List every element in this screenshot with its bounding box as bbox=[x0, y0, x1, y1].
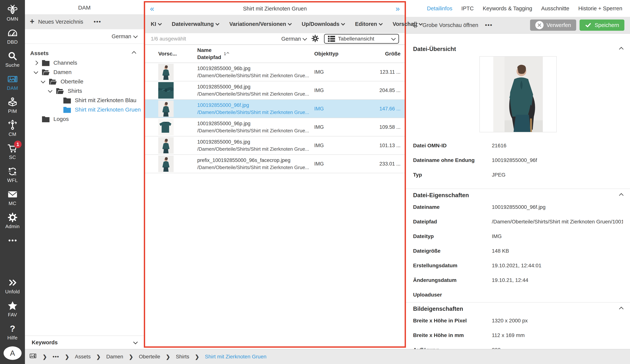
tree-item-label: Shirts bbox=[68, 88, 82, 94]
table-row[interactable]: 100192855000_96d.jpg /Damen/Oberteile/Sh… bbox=[145, 81, 404, 100]
new-folder-button[interactable]: Neues Verzeichnis bbox=[38, 19, 83, 25]
nav-pim-label: PIM bbox=[8, 108, 17, 114]
field-row: Erstellungsdatum 19.10.2021, 12:44:01 bbox=[406, 258, 630, 273]
sort-indicator[interactable]: 1 bbox=[224, 51, 229, 56]
section-title: Datei-Übersicht bbox=[413, 46, 456, 52]
tab-keywords-tagging[interactable]: Keywords & Tagging bbox=[482, 6, 532, 12]
list-settings-button[interactable] bbox=[311, 34, 319, 43]
detail-tabs: Detailinfos IPTC Keywords & Tagging Auss… bbox=[406, 0, 630, 17]
table-row[interactable]: prefix_100192855000_96s_facecrop.jpeg /D… bbox=[145, 155, 404, 173]
section-datei-uebersicht[interactable]: Datei-Übersicht bbox=[406, 44, 630, 54]
nav-unfold[interactable]: Unfold bbox=[0, 277, 25, 295]
user-avatar[interactable]: A bbox=[4, 346, 22, 360]
breadcrumb-item-shirts[interactable]: Shirts bbox=[176, 354, 190, 360]
field-label: Erstellungsdatum bbox=[413, 262, 492, 268]
tab-historie-sperren[interactable]: Historie + Sperren bbox=[578, 6, 622, 12]
folder-more-button[interactable]: ••• bbox=[94, 18, 102, 25]
open-rough-preview-button[interactable]: Grobe Vorschau öffnen bbox=[422, 22, 478, 28]
discard-button[interactable]: ✕ Verwerfen bbox=[530, 20, 576, 31]
section-title: Bildeigenschaften bbox=[413, 306, 463, 312]
chevron-down-icon bbox=[41, 79, 45, 83]
breadcrumb-separator: ❯ bbox=[166, 354, 170, 360]
menu-ki[interactable]: KI bbox=[151, 21, 161, 27]
tree-item-label: Logos bbox=[54, 116, 69, 122]
tab-iptc[interactable]: IPTC bbox=[461, 6, 474, 12]
table-header: Vorsc... Name Dateipfad 1 Objekttyp Größ… bbox=[145, 45, 404, 63]
column-header-groesse[interactable]: Größe bbox=[363, 51, 404, 57]
nav-suche-label: Suche bbox=[5, 62, 20, 68]
nav-dam[interactable]: DAM bbox=[0, 74, 25, 91]
column-header-objekttyp[interactable]: Objekttyp bbox=[314, 51, 363, 57]
nav-hilfe[interactable]: ? Hilfe bbox=[0, 323, 25, 341]
admin-gear-icon bbox=[7, 212, 18, 223]
nav-pim[interactable]: P PIM bbox=[0, 97, 25, 114]
detail-toolbar: Grobe Vorschau öffnen ••• ✕ Verwerfen Sp… bbox=[406, 17, 630, 34]
tree-item-label: Oberteile bbox=[60, 78, 84, 85]
menu-updownloads[interactable]: Up/Downloads bbox=[302, 21, 344, 27]
tree-language-select[interactable]: German bbox=[25, 29, 144, 44]
breadcrumb-item-oberteile[interactable]: Oberteile bbox=[139, 354, 160, 360]
view-mode-select[interactable]: Tabellenansicht bbox=[324, 34, 399, 44]
nav-omn[interactable]: OMN bbox=[0, 4, 25, 22]
file-preview-image[interactable] bbox=[480, 56, 557, 132]
menu-vorschau[interactable]: Vorschau bbox=[392, 21, 422, 27]
tree-item-channels[interactable]: Channels bbox=[30, 58, 144, 68]
tree-item-damen[interactable]: Damen bbox=[30, 68, 144, 77]
menu-dateiverwaltung[interactable]: Dateiverwaltung bbox=[172, 21, 219, 27]
nav-dbd[interactable]: DBD bbox=[0, 28, 25, 45]
tab-ausschnitte[interactable]: Ausschnitte bbox=[541, 6, 569, 12]
breadcrumb-item-damen[interactable]: Damen bbox=[106, 354, 123, 360]
keywords-section-toggle[interactable]: Keywords bbox=[25, 336, 144, 349]
folder-selected-icon bbox=[63, 106, 72, 114]
nav-mc[interactable]: MC bbox=[0, 189, 25, 206]
save-button[interactable]: Speichern bbox=[580, 20, 624, 31]
tree-header-assets[interactable]: Assets bbox=[30, 48, 144, 58]
breadcrumb-item-assets[interactable]: Assets bbox=[75, 354, 90, 360]
question-icon: ? bbox=[7, 323, 18, 334]
list-language-select[interactable]: German bbox=[281, 36, 306, 42]
chevron-down-icon bbox=[302, 36, 307, 40]
tree-item-logos[interactable]: Logos bbox=[30, 114, 144, 124]
folder-closed-icon bbox=[42, 59, 50, 66]
nav-admin[interactable]: Admin bbox=[0, 212, 25, 230]
nav-cm[interactable]: CM bbox=[0, 120, 25, 137]
section-bildeigenschaften[interactable]: Bildeigenschaften bbox=[406, 304, 630, 314]
table-row[interactable]: 100192855000_96p.jpg /Damen/Oberteile/Sh… bbox=[145, 118, 404, 136]
breadcrumb-collapsed-button[interactable]: ••• bbox=[52, 354, 59, 360]
rail-more-button[interactable] bbox=[0, 235, 25, 246]
asset-objecttype: IMG bbox=[314, 124, 363, 130]
field-label: Dateigröße bbox=[413, 248, 492, 254]
field-label: Dateiname ohne Endung bbox=[413, 157, 492, 163]
column-header-preview[interactable]: Vorsc... bbox=[158, 51, 174, 57]
detail-more-button[interactable]: ••• bbox=[485, 22, 493, 28]
asset-size: 101.13 ... bbox=[363, 143, 404, 148]
table-row[interactable]: 100192855000_96s.jpg /Damen/Oberteile/Sh… bbox=[145, 136, 404, 155]
tree-item-oberteile[interactable]: Oberteile bbox=[30, 77, 144, 86]
field-value: IMG bbox=[492, 233, 623, 239]
pim-box-icon: P bbox=[7, 97, 18, 108]
nav-hilfe-label: Hilfe bbox=[7, 335, 18, 341]
nav-fav[interactable]: FAV bbox=[0, 300, 25, 318]
nav-sc[interactable]: 1 SC bbox=[0, 143, 25, 160]
detail-panel: Detailinfos IPTC Keywords & Tagging Auss… bbox=[406, 0, 630, 364]
dam-media-icon bbox=[7, 74, 18, 84]
next-folder-button[interactable]: » bbox=[396, 5, 400, 12]
asset-filename: 100192855000_96p.jpg bbox=[197, 120, 314, 127]
section-datei-eigenschaften[interactable]: Datei-Eigenschaften bbox=[406, 191, 630, 200]
prev-folder-button[interactable]: « bbox=[150, 5, 154, 12]
tree-item-shirt-gruen[interactable]: Shirt mit Zierknoten Gruen bbox=[30, 105, 144, 114]
table-row-selected[interactable]: 100192855000_96f.jpg /Damen/Oberteile/Sh… bbox=[145, 100, 404, 118]
tree-item-shirt-blau[interactable]: Shirt mit Zierknoten Blau bbox=[30, 96, 144, 105]
menu-variationen[interactable]: Variationen/Versionen bbox=[229, 21, 291, 27]
column-header-name[interactable]: Name Dateipfad bbox=[197, 47, 221, 61]
breadcrumb-media-icon[interactable] bbox=[30, 353, 37, 361]
asset-thumbnail bbox=[158, 64, 174, 80]
table-row[interactable]: 100192855000_96b.jpg /Damen/Oberteile/Sh… bbox=[145, 63, 404, 81]
svg-text:P: P bbox=[12, 98, 13, 100]
tab-detailinfos[interactable]: Detailinfos bbox=[427, 6, 452, 12]
field-value: 112 x 169 mm bbox=[492, 332, 623, 338]
tree-item-shirts[interactable]: Shirts bbox=[30, 86, 144, 96]
menu-editoren[interactable]: Editoren bbox=[355, 21, 382, 27]
nav-suche[interactable]: Suche bbox=[0, 50, 25, 68]
nav-wfl[interactable]: WFL bbox=[0, 166, 25, 183]
